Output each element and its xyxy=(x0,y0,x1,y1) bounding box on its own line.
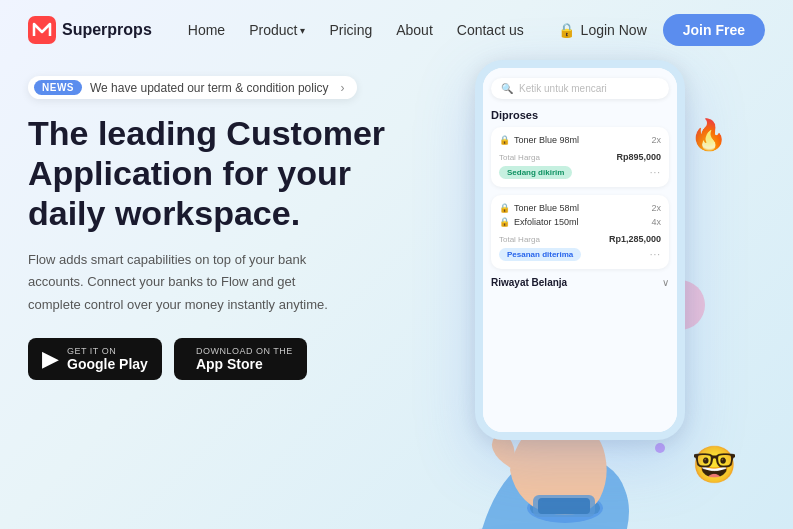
logo-text: Superprops xyxy=(62,21,152,39)
history-row[interactable]: Riwayat Belanja ∨ xyxy=(491,277,669,288)
svg-rect-5 xyxy=(538,498,590,514)
nerd-emoji: 🤓 xyxy=(692,447,737,483)
nav-contact[interactable]: Contact us xyxy=(457,22,524,38)
nav-about[interactable]: About xyxy=(396,22,433,38)
nav-actions: 🔒 Login Now Join Free xyxy=(558,14,765,46)
news-banner[interactable]: NEWS We have updated our term & conditio… xyxy=(28,76,357,99)
product-icon-2: 🔒 xyxy=(499,203,510,213)
item-1-qty: 2x xyxy=(651,135,661,145)
dots-menu-2[interactable]: ··· xyxy=(650,249,661,260)
hero-description: Flow adds smart capabilities on top of y… xyxy=(28,249,328,315)
total-value-1: Rp895,000 xyxy=(616,152,661,162)
phone-search-bar[interactable]: 🔍 Ketik untuk mencari xyxy=(491,78,669,99)
hero-right: 🔥 😍 ❤️ 😎 🤓 🔍 Ketik untuk mencari Diprose… xyxy=(388,60,765,529)
history-title: Riwayat Belanja xyxy=(491,277,567,288)
order-card-1: 🔒 Toner Blue 98ml 2x Total Harga Rp895,0… xyxy=(491,127,669,187)
history-chevron-icon: ∨ xyxy=(662,277,669,288)
google-play-button[interactable]: ▶ GET IT ON Google Play xyxy=(28,338,162,380)
search-icon: 🔍 xyxy=(501,83,513,94)
item-3-name: Exfoliator 150ml xyxy=(514,217,579,227)
nav-pricing[interactable]: Pricing xyxy=(329,22,372,38)
search-placeholder-text: Ketik untuk mencari xyxy=(519,83,607,94)
nav-product[interactable]: Product ▾ xyxy=(249,22,305,38)
diproses-title: Diproses xyxy=(491,109,669,121)
product-icon-1: 🔒 xyxy=(499,135,510,145)
total-row-1: Total Harga Rp895,000 xyxy=(499,149,661,162)
svg-rect-0 xyxy=(28,16,56,44)
news-text: We have updated our term & condition pol… xyxy=(90,81,329,95)
google-play-text: GET IT ON Google Play xyxy=(67,346,148,372)
phone-frame: 🔍 Ketik untuk mencari Diproses 🔒 Toner B… xyxy=(475,60,685,440)
status-row-1: Sedang dikirim ··· xyxy=(499,166,661,179)
total-value-2: Rp1,285,000 xyxy=(609,234,661,244)
status-badge-1: Sedang dikirim xyxy=(499,166,572,179)
order-item-2: 🔒 Toner Blue 58ml 2x xyxy=(499,203,661,213)
news-tag: NEWS xyxy=(34,80,82,95)
hero-title: The leading Customer Application for you… xyxy=(28,113,388,233)
item-1-name: Toner Blue 98ml xyxy=(514,135,579,145)
logo-icon xyxy=(28,16,56,44)
chevron-down-icon: ▾ xyxy=(300,25,305,36)
fire-emoji: 🔥 xyxy=(690,120,727,150)
order-item-1-left: 🔒 Toner Blue 98ml xyxy=(499,135,579,145)
order-item-2-left: 🔒 Toner Blue 58ml xyxy=(499,203,579,213)
total-label-2: Total Harga xyxy=(499,235,540,244)
login-button[interactable]: 🔒 Login Now xyxy=(558,22,647,38)
order-item-3: 🔒 Exfoliator 150ml 4x xyxy=(499,217,661,227)
dots-menu-1[interactable]: ··· xyxy=(650,167,661,178)
item-3-qty: 4x xyxy=(651,217,661,227)
item-2-qty: 2x xyxy=(651,203,661,213)
cta-buttons: ▶ GET IT ON Google Play Download on the … xyxy=(28,338,388,380)
app-store-text: Download on the App Store xyxy=(196,346,293,372)
app-store-button[interactable]: Download on the App Store xyxy=(174,338,307,380)
nav-links: Home Product ▾ Pricing About Contact us xyxy=(188,22,558,38)
lock-icon: 🔒 xyxy=(558,22,575,38)
order-item-3-left: 🔒 Exfoliator 150ml xyxy=(499,217,579,227)
phone-screen: 🔍 Ketik untuk mencari Diproses 🔒 Toner B… xyxy=(483,68,677,432)
phone-mockup: 🔍 Ketik untuk mencari Diproses 🔒 Toner B… xyxy=(445,50,725,529)
order-card-2: 🔒 Toner Blue 58ml 2x 🔒 Exfoliator 150ml … xyxy=(491,195,669,269)
hero-section: NEWS We have updated our term & conditio… xyxy=(0,60,793,529)
arrow-icon: › xyxy=(341,81,345,95)
status-row-2: Pesanan diterima ··· xyxy=(499,248,661,261)
total-row-2: Total Harga Rp1,285,000 xyxy=(499,231,661,244)
logo[interactable]: Superprops xyxy=(28,16,152,44)
item-2-name: Toner Blue 58ml xyxy=(514,203,579,213)
join-free-button[interactable]: Join Free xyxy=(663,14,765,46)
nav-home[interactable]: Home xyxy=(188,22,225,38)
hero-left: NEWS We have updated our term & conditio… xyxy=(28,60,388,529)
order-item-1: 🔒 Toner Blue 98ml 2x xyxy=(499,135,661,145)
google-play-icon: ▶ xyxy=(42,346,59,372)
navbar: Superprops Home Product ▾ Pricing About … xyxy=(0,0,793,60)
product-icon-3: 🔒 xyxy=(499,217,510,227)
status-badge-2: Pesanan diterima xyxy=(499,248,581,261)
total-label-1: Total Harga xyxy=(499,153,540,162)
